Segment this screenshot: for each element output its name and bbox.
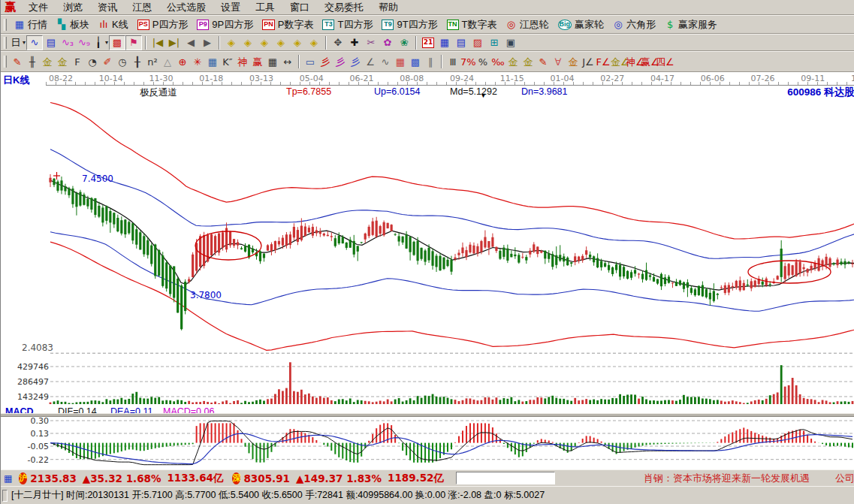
gold-line-tool[interactable]: 金 [521,54,536,70]
gann-wheel-button[interactable]: ◎江恩轮 [502,17,554,32]
shen-grid-tool[interactable]: 神 [235,54,250,70]
info-list-button[interactable]: ▤ [43,35,59,50]
9p-square-button[interactable]: P99P四方形 [192,17,258,32]
marker-pen-tool[interactable]: ✎ [536,54,551,70]
quote-grid-icon[interactable]: ▦ [4,472,12,484]
red-grid-tool[interactable]: ▦ [393,54,408,70]
menu-item-5[interactable]: 公式选股 [159,0,213,16]
toolbar-grip[interactable] [4,37,7,49]
news-ticker[interactable]: 肖钢：资本市场将迎来新一轮发展机遇 [644,472,810,485]
wave-3-button[interactable]: ∿₃ [59,35,76,50]
macd-chart-canvas[interactable] [1,417,854,469]
gold-angle-tool[interactable]: 金∠ [611,54,626,70]
menu-item-2[interactable]: 浏览 [56,0,90,16]
menu-item-3[interactable]: 资讯 [90,0,125,16]
pen-2-tool[interactable]: ✐ [100,54,115,70]
k-notes-tool[interactable]: K″ [220,54,235,70]
menu-item-7[interactable]: 工具 [248,0,282,16]
winner-service-button[interactable]: $赢家服务 [660,17,722,32]
print-button[interactable]: ▣ [502,35,519,50]
gold-section-circle-tool[interactable]: 金 [505,54,521,70]
t-number-button[interactable]: TNT数字表 [442,17,502,32]
ying-angle-tool[interactable]: 赢∠ [641,54,656,70]
volume-chart-canvas[interactable] [1,359,854,406]
n-square-tool[interactable]: n² [145,54,160,70]
period-day-button[interactable]: 日▾ [10,35,26,50]
span-arrows-tool[interactable]: ↔ [280,54,295,70]
menu-item-9[interactable]: 交易委托 [317,0,371,16]
p-square-button[interactable]: PSP四方形 [133,17,193,32]
hexagon-button[interactable]: ◎六角形 [608,17,660,32]
winner-wheel-button[interactable]: Big赢家轮 [554,17,609,32]
prev-bar-button[interactable]: ◀ [183,35,199,50]
toolbar-grip[interactable] [4,56,7,68]
grid-123-tool[interactable]: ▦ [265,54,280,70]
menu-item-6[interactable]: 设置 [213,0,248,16]
sectors-button[interactable]: ▚板块 [52,17,94,32]
brain-tool-button[interactable]: ❀ [396,35,412,50]
draw-pen-tool[interactable]: ✎ [10,54,25,70]
t-square-button[interactable]: T3T四方形 [318,17,377,32]
menu-item-4[interactable]: 江恩 [125,0,159,16]
mask-tool-button[interactable]: ✿ [379,35,396,50]
permille-tool[interactable]: ‰ [490,54,505,70]
calendar-21-button[interactable]: 21 [420,35,436,50]
p-number-button[interactable]: PNP数字表 [258,17,318,32]
percent-7-tool[interactable]: 7% [460,54,475,70]
quotes-button[interactable]: ▦行情 [10,17,52,32]
gann-diamond-1-button[interactable]: ◈ [223,35,240,50]
blue-fan-tool[interactable]: 彡 [348,54,363,70]
kline-button[interactable]: ılıK线 [94,17,133,32]
zigzag-tool[interactable]: ∿ [378,54,393,70]
candle-style-button[interactable]: ╽▾ [92,35,109,50]
save-disk-button[interactable]: ▨ [469,35,486,50]
j-angle-tool[interactable]: J∠ [581,54,596,70]
angle-mirror-tool[interactable]: △ [160,54,175,70]
hand-tool-button[interactable]: ✥ [330,35,346,50]
menu-item-1[interactable]: 文件 [21,0,56,16]
f-angle-tool[interactable]: F∠ [596,54,611,70]
si-angle-tool[interactable]: 四∠ [656,54,671,70]
wave-9-button[interactable]: ∿₉ [76,35,92,50]
gold-grid-2-tool[interactable]: 金 [55,54,70,70]
hatch-tool[interactable]: ∥ [423,54,438,70]
percent-tool[interactable]: % [475,54,490,70]
f-grid-tool[interactable]: F [70,54,85,70]
star-web-tool[interactable]: ✳ [190,54,205,70]
stock-code-input[interactable] [456,472,555,484]
gann-diamond-6-button[interactable]: ◈ [306,35,322,50]
spiral-tool[interactable]: ◔ [85,54,100,70]
gann-diamond-4-button[interactable]: ◈ [273,35,289,50]
export-disk-button[interactable]: ⊞ [486,35,502,50]
ruler-grid-tool[interactable]: ╂ [130,54,145,70]
last-bar-button[interactable]: ▶| [166,35,183,50]
red-fan-tool[interactable]: 彡 [318,54,333,70]
flag-marker-button[interactable]: ⚑ [125,35,142,50]
angle-lines-tool[interactable]: ∠ [363,54,378,70]
crosshair-tool-button[interactable]: ✚ [346,35,363,50]
price-chart-canvas[interactable] [1,98,854,359]
cut-tool-button[interactable]: ✂ [363,35,379,50]
pattern-mask-button[interactable]: ▩ [109,35,125,50]
calculator-button[interactable]: ▦ [436,35,453,50]
9t-square-button[interactable]: T99T四方形 [377,17,442,32]
grid-web-tool[interactable]: ▦ [205,54,220,70]
menu-item-10[interactable]: 帮助 [371,0,406,16]
gold-grid-tool[interactable]: 金 [40,54,55,70]
company-report-link[interactable]: 公司报道 [835,472,854,485]
stats-percent-tool[interactable]: Ⅲ [445,54,460,70]
shen-angle-tool[interactable]: 神∠ [626,54,641,70]
compass-tool[interactable]: ⊕ [175,54,190,70]
box-select-tool[interactable]: ▭ [303,54,318,70]
notebook-button[interactable]: ▤ [453,35,469,50]
purple-fan-tool[interactable]: 彡 [333,54,348,70]
time-circle-tool[interactable]: ◷ [115,54,130,70]
next-bar-button[interactable]: ▶ [199,35,216,50]
zone-chart-button[interactable]: ∿ [26,35,43,50]
gold-red-tool[interactable]: 金 [566,54,581,70]
grid-tool[interactable]: ╫ [25,54,40,70]
toolbar-grip[interactable] [4,19,7,31]
gann-diamond-5-button[interactable]: ◈ [289,35,306,50]
menu-item-8[interactable]: 窗口 [282,0,317,16]
gann-diamond-3-button[interactable]: ◈ [256,35,273,50]
